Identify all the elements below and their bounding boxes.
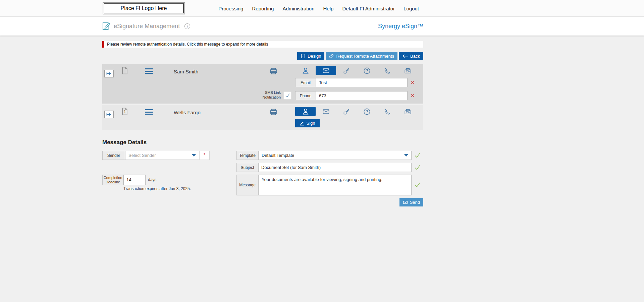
page-title-group: eSignature Management i: [102, 22, 190, 31]
fax-delivery-option[interactable]: [397, 107, 418, 116]
recipient-row-wells-fargo: 1 Wells Fargo Sign: [102, 105, 423, 130]
sender-select[interactable]: Select Sender: [125, 151, 199, 160]
completion-deadline-input[interactable]: [123, 175, 146, 185]
page-title: eSignature Management: [114, 23, 180, 30]
request-remote-attachments-label: Request Remote Attachments: [336, 54, 394, 59]
document-count: 1: [122, 110, 128, 114]
nav-processing[interactable]: Processing: [218, 6, 243, 11]
template-select-value: Default Template: [262, 153, 294, 158]
nav-help[interactable]: Help: [323, 6, 334, 11]
back-button-label: Back: [410, 54, 420, 59]
request-remote-attachments-button[interactable]: Request Remote Attachments: [326, 52, 397, 60]
phone-auth-option[interactable]: [377, 66, 397, 75]
in-person-signer-option[interactable]: [295, 66, 316, 75]
design-button-label: Design: [308, 54, 321, 59]
send-icon: [403, 200, 408, 205]
signing-order-button[interactable]: [104, 70, 114, 77]
email-delivery-option[interactable]: [316, 107, 336, 116]
design-button[interactable]: Design: [297, 52, 324, 60]
phone-auth-option[interactable]: [377, 107, 397, 116]
checkbox-check-icon: [285, 93, 290, 98]
message-details-form: Sender Select Sender * Completion Deadli…: [102, 151, 423, 212]
template-valid-icon: [414, 152, 421, 159]
signing-order-icon: [106, 72, 112, 75]
print-icon[interactable]: [269, 107, 278, 116]
subject-label: Subject: [236, 163, 258, 172]
nav-administration[interactable]: Administration: [282, 6, 314, 11]
question-circle-icon: [363, 108, 371, 115]
send-button[interactable]: Send: [399, 198, 423, 206]
remove-email-icon[interactable]: [410, 80, 415, 85]
alert-text: Please review remote authentication deta…: [107, 42, 268, 47]
nav-user-menu[interactable]: Default FI Administrator: [342, 6, 395, 11]
drag-handle-icon[interactable]: [145, 109, 153, 115]
send-button-label: Send: [410, 200, 420, 205]
fi-logo-placeholder: Place FI Logo Here: [103, 2, 185, 14]
document-icon: [122, 67, 128, 74]
email-input[interactable]: [316, 78, 408, 87]
subject-valid-icon: [414, 164, 421, 171]
paperclip-icon: [329, 54, 334, 59]
top-nav: Processing Reporting Administration Help…: [218, 0, 419, 17]
sender-select-value: Select Sender: [128, 153, 156, 158]
completion-deadline-label: Completion Deadline: [102, 175, 123, 185]
chevron-down-icon: [404, 154, 408, 157]
back-arrow-icon: [402, 54, 408, 58]
deadline-units-label: days: [148, 177, 156, 182]
drag-handle-icon[interactable]: [145, 68, 153, 74]
fax-delivery-option[interactable]: [397, 66, 418, 75]
message-valid-icon: [414, 182, 421, 188]
fax-icon: [404, 108, 412, 115]
password-auth-option[interactable]: [336, 66, 357, 75]
sms-notification-checkbox[interactable]: [284, 92, 291, 99]
key-icon: [343, 108, 350, 115]
delivery-method-options: [295, 107, 418, 116]
alert-banner[interactable]: Please review remote authentication deta…: [102, 41, 423, 48]
chevron-down-icon: [192, 154, 196, 157]
person-icon: [302, 108, 309, 115]
message-label: Message: [236, 175, 258, 195]
signing-order-button[interactable]: [104, 111, 114, 118]
envelope-icon: [322, 108, 330, 115]
phone-icon: [384, 108, 391, 115]
template-label: Template: [236, 151, 258, 160]
phone-icon: [384, 67, 391, 74]
fax-icon: [404, 67, 412, 74]
subject-input[interactable]: [258, 163, 412, 172]
remove-phone-icon[interactable]: [410, 93, 415, 98]
message-textarea[interactable]: [258, 175, 412, 195]
recipient-name: Wells Fargo: [174, 110, 201, 115]
security-question-option[interactable]: [357, 66, 377, 75]
phone-field-label: Phone: [295, 91, 316, 100]
phone-input[interactable]: [316, 91, 408, 100]
expiration-note: Transaction expires after Jun 3, 2025.: [123, 186, 191, 191]
print-icon[interactable]: [269, 66, 278, 75]
sign-button[interactable]: Sign: [295, 119, 320, 127]
info-icon[interactable]: i: [184, 23, 190, 29]
template-select[interactable]: Default Template: [258, 151, 412, 160]
sender-label: Sender: [102, 151, 125, 160]
top-navigation-bar: Place FI Logo Here Processing Reporting …: [0, 0, 644, 17]
sign-button-label: Sign: [306, 121, 315, 126]
esignature-icon: [102, 22, 110, 31]
delivery-method-options: [295, 66, 418, 75]
app-header: eSignature Management i Synergy eSign™: [0, 17, 644, 36]
in-person-signer-option[interactable]: [295, 107, 316, 116]
sms-link-notification-label: SMS Link Notification: [250, 90, 281, 100]
message-details-heading: Message Details: [102, 139, 423, 146]
recipient-name: Sam Smith: [174, 69, 198, 74]
fi-logo-text: Place FI Logo Here: [104, 3, 184, 13]
back-button[interactable]: Back: [399, 52, 423, 60]
action-toolbar: Design Request Remote Attachments Back: [102, 52, 423, 60]
security-question-option[interactable]: [357, 107, 377, 116]
nav-reporting[interactable]: Reporting: [252, 6, 274, 11]
password-auth-option[interactable]: [336, 107, 357, 116]
email-delivery-option[interactable]: [316, 66, 336, 75]
sender-required-marker: *: [199, 151, 210, 160]
question-circle-icon: [363, 67, 371, 74]
person-icon: [302, 67, 309, 74]
key-icon: [343, 67, 350, 74]
nav-logout[interactable]: Logout: [404, 6, 419, 11]
envelope-icon: [322, 67, 330, 74]
document-count-icon: 1: [122, 108, 128, 115]
